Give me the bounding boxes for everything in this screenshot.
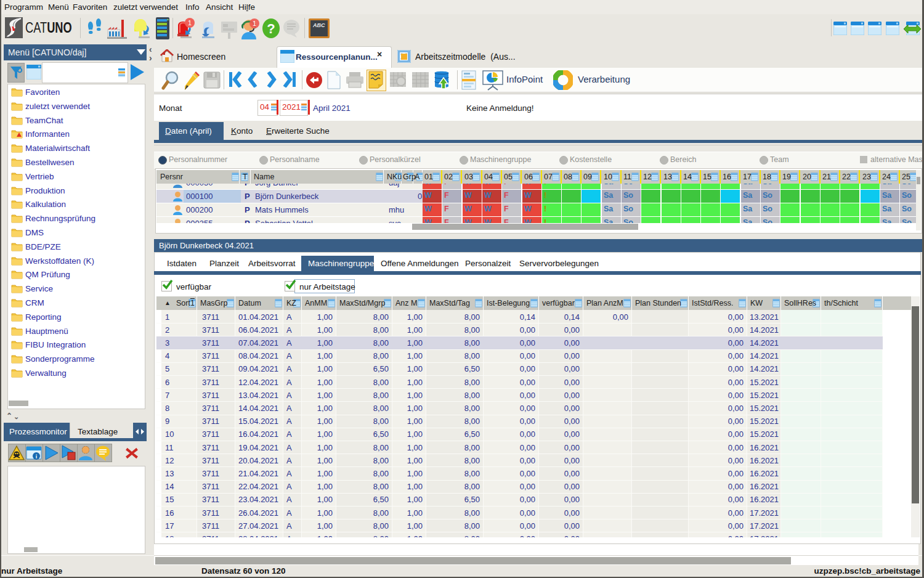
svg-text:1: 1 [253,20,256,27]
svg-text:?: ? [267,21,275,36]
svg-text:1: 1 [188,19,192,26]
svg-text:i: i [36,454,38,460]
svg-text:ABC: ABC [312,22,325,28]
